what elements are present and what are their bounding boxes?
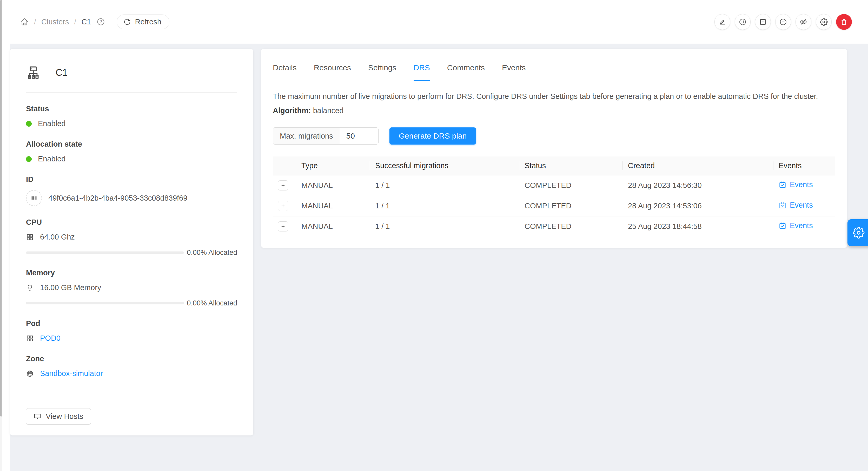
breadcrumb-separator: / — [34, 18, 36, 26]
cpu-progressbar — [26, 251, 184, 254]
floating-settings-button[interactable] — [847, 219, 868, 246]
max-migrations-group: Max. migrations — [273, 127, 378, 144]
divider — [26, 92, 237, 93]
migrations-cell: 1 / 1 — [370, 216, 519, 237]
memory-allocated: 0.00% Allocated — [187, 299, 237, 307]
unmanage-button[interactable] — [755, 14, 771, 30]
edit-button[interactable] — [714, 14, 730, 30]
tab-settings[interactable]: Settings — [368, 63, 396, 81]
zone-label: Zone — [26, 355, 237, 363]
header-actions — [714, 14, 852, 30]
events-label: Events — [790, 180, 813, 189]
question-circle-icon[interactable]: ? — [96, 18, 105, 26]
svg-text:?: ? — [99, 19, 102, 24]
column-type: Type — [296, 157, 370, 175]
gear-icon — [853, 227, 865, 239]
migrations-cell: 1 / 1 — [370, 175, 519, 196]
tabs: Details Resources Settings DRS Comments … — [273, 49, 835, 81]
divider — [26, 393, 237, 393]
events-link[interactable]: Events — [779, 180, 813, 189]
refresh-button[interactable]: Refresh — [117, 14, 169, 29]
home-icon[interactable] — [20, 18, 29, 26]
reload-icon — [123, 18, 131, 26]
pod-label: Pod — [26, 319, 237, 328]
max-migrations-input[interactable] — [340, 127, 378, 144]
cpu-value: 64.00 Ghz — [40, 233, 75, 241]
expand-row-button[interactable] — [278, 201, 288, 211]
minus-circle-icon — [779, 18, 787, 26]
migrations-cell: 1 / 1 — [370, 196, 519, 216]
cpu-label: CPU — [26, 218, 237, 227]
table-row: MANUAL 1 / 1 COMPLETED 28 Aug 2023 14:53… — [273, 196, 835, 216]
status-cell: COMPLETED — [519, 196, 623, 216]
type-cell: MANUAL — [296, 216, 370, 237]
calendar-check-icon — [779, 222, 786, 230]
cpu-allocated: 0.00% Allocated — [187, 248, 237, 257]
memory-section: Memory 16.00 GB Memory 0.00% Allocated — [26, 269, 237, 307]
sidebar-strip — [2, 0, 10, 471]
breadcrumb: / Clusters / C1 ? Refresh — [20, 14, 169, 29]
pod-link[interactable]: POD0 — [40, 334, 61, 342]
plus-icon — [280, 224, 286, 229]
created-cell: 28 Aug 2023 14:56:30 — [623, 175, 773, 196]
left-scrollbar — [0, 0, 2, 471]
table-row: MANUAL 1 / 1 COMPLETED 25 Aug 2023 18:44… — [273, 216, 835, 237]
status-cell: COMPLETED — [519, 216, 623, 237]
refresh-label: Refresh — [135, 18, 162, 26]
hide-button[interactable] — [796, 14, 811, 30]
column-status: Status — [519, 157, 623, 175]
status-section: Status Enabled — [26, 105, 237, 128]
tab-details[interactable]: Details — [273, 63, 297, 81]
allocation-section: Allocation state Enabled — [26, 140, 237, 163]
allocation-dot — [26, 156, 32, 162]
tab-resources[interactable]: Resources — [314, 63, 351, 81]
algorithm-line: Algorithm: balanced — [273, 106, 835, 115]
tab-events[interactable]: Events — [502, 63, 526, 81]
memory-progressbar — [26, 302, 184, 304]
expand-row-button[interactable] — [278, 221, 288, 232]
column-expand — [273, 157, 296, 175]
pencil-icon — [718, 18, 726, 26]
generate-drs-plan-button[interactable]: Generate DRS plan — [390, 127, 476, 144]
id-section: ID 49f0c6a1-4b2b-4ba4-9053-33c08d839f69 — [26, 175, 237, 206]
status-cell: COMPLETED — [519, 175, 623, 196]
breadcrumb-item-current: C1 — [81, 18, 91, 26]
expand-row-button[interactable] — [278, 180, 288, 191]
breadcrumb-separator: / — [74, 18, 76, 26]
drs-controls: Max. migrations Generate DRS plan — [273, 127, 835, 144]
table-header-row: Type Successful migrations Status Create… — [273, 157, 835, 175]
events-link[interactable]: Events — [779, 201, 813, 209]
status-label: Status — [26, 105, 237, 113]
drs-description: The maximum number of live migrations to… — [273, 92, 835, 101]
barcode-icon — [26, 190, 42, 206]
eye-invisible-icon — [799, 18, 807, 26]
pod-section: Pod POD0 — [26, 319, 237, 342]
zone-link[interactable]: Sandbox-simulator — [40, 369, 103, 378]
calendar-check-icon — [779, 201, 786, 209]
resource-title: C1 — [56, 67, 67, 78]
delete-button[interactable] — [836, 14, 852, 30]
detail-card: Details Resources Settings DRS Comments … — [261, 49, 847, 248]
disable-button[interactable] — [775, 14, 791, 30]
max-migrations-addon: Max. migrations — [273, 127, 340, 144]
scrollbar-thumb[interactable] — [0, 0, 2, 416]
trash-icon — [840, 18, 848, 26]
appstore-icon — [26, 233, 34, 241]
breadcrumb-item-clusters[interactable]: Clusters — [41, 18, 69, 26]
top-bar: / Clusters / C1 ? Refresh — [2, 0, 868, 43]
pause-button[interactable] — [735, 14, 750, 30]
events-link[interactable]: Events — [779, 221, 813, 230]
tab-comments[interactable]: Comments — [447, 63, 485, 81]
view-hosts-button[interactable]: View Hosts — [26, 408, 91, 425]
column-successful-migrations: Successful migrations — [370, 157, 519, 175]
type-cell: MANUAL — [296, 196, 370, 216]
view-hosts-label: View Hosts — [46, 412, 83, 420]
tab-drs[interactable]: DRS — [413, 63, 430, 81]
desktop-icon — [33, 413, 41, 420]
calendar-check-icon — [779, 181, 786, 189]
plus-icon — [280, 203, 286, 209]
zone-section: Zone Sandbox-simulator — [26, 355, 237, 378]
settings-button[interactable] — [816, 14, 832, 30]
drs-plans-table: Type Successful migrations Status Create… — [273, 157, 835, 237]
id-label: ID — [26, 175, 237, 184]
